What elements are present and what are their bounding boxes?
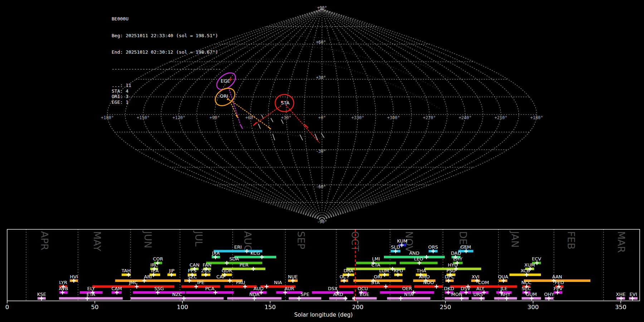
month-label-group: MAY bbox=[92, 231, 103, 252]
shower-bar-spe bbox=[289, 297, 321, 300]
shower-label-cta: CTA bbox=[371, 262, 380, 268]
meteor-trail-head bbox=[240, 124, 243, 129]
shower-bar-aur bbox=[276, 291, 302, 294]
shower-label-dsx: DSX bbox=[328, 286, 338, 291]
month-label-group: JAN bbox=[509, 230, 521, 248]
month-label: MAY bbox=[92, 231, 103, 252]
shower-label-fed: FED bbox=[555, 280, 564, 285]
map-lon-label: +90° bbox=[210, 115, 220, 120]
shower-label-ocu: OCU bbox=[358, 286, 368, 291]
shower-bar-pau bbox=[224, 286, 257, 288]
shower-label-lyr: LYR bbox=[59, 280, 67, 285]
shower-label-xvi: XVI bbox=[472, 274, 479, 279]
map-lon-label: +180° bbox=[101, 115, 114, 120]
month-label-group: SEP bbox=[296, 231, 307, 249]
shower-label-xcb: XCB bbox=[521, 268, 530, 273]
meteor-trail-head bbox=[253, 122, 257, 126]
month-label: JUL bbox=[193, 230, 204, 247]
shower-label-nue: NUE bbox=[288, 274, 298, 279]
map-lon-label: +270° bbox=[423, 115, 436, 120]
shower-label-avb: AVB bbox=[59, 286, 68, 291]
month-label-group: JUN bbox=[142, 230, 153, 248]
x-tick-label: 0 bbox=[5, 304, 9, 311]
shower-label-aud: AUD bbox=[253, 286, 263, 291]
map-lon-label: +240° bbox=[459, 115, 472, 120]
meteor-trail bbox=[286, 105, 319, 143]
shower-label-cor: COR bbox=[153, 256, 163, 262]
shower-label-dad: DAD bbox=[451, 250, 461, 256]
month-label-group: MAR bbox=[616, 231, 627, 253]
shower-label-ecv: ECV bbox=[532, 256, 541, 262]
shower-label-sda: SDA bbox=[229, 256, 239, 262]
map-lat-label: +90° bbox=[317, 5, 327, 10]
shower-label-ely: ELY bbox=[87, 286, 95, 291]
map-lon-label: +300° bbox=[387, 115, 400, 120]
shower-label-fan: FAN bbox=[203, 262, 211, 268]
shower-label-leo: LEO bbox=[414, 256, 423, 262]
shower-bar-kcg bbox=[234, 256, 276, 258]
sporadic-meteor bbox=[281, 119, 283, 124]
shower-label-jip: JIP bbox=[169, 268, 175, 273]
x-tick-label: 100 bbox=[177, 304, 188, 311]
shower-label-oer: OER bbox=[402, 286, 412, 291]
map-lon-label: +210° bbox=[494, 115, 507, 120]
shower-label-ard: ARD bbox=[333, 292, 343, 297]
radiant-label-ori: ORI bbox=[220, 93, 228, 99]
shower-label-aan: AAN bbox=[552, 274, 562, 279]
month-label-group: JUL bbox=[193, 230, 204, 247]
map-lat-label: -90° bbox=[317, 219, 327, 224]
map-meridian bbox=[197, 9, 322, 220]
shower-bar-eta bbox=[59, 297, 123, 300]
shower-label-sta: STA bbox=[371, 280, 380, 285]
shower-bar-nta bbox=[387, 297, 430, 300]
x-tick-label: 150 bbox=[264, 304, 276, 311]
shower-label-jxa: JXA bbox=[212, 250, 220, 256]
shower-label-noo: NOO bbox=[423, 280, 434, 285]
shower-label-ors: ORS bbox=[428, 244, 438, 250]
x-tick-label: 200 bbox=[352, 304, 364, 311]
shower-label-nta: NTA bbox=[404, 292, 414, 297]
activity-timeline: APRMAYJUNJULAUGSEPOCTNOVDECJANFEBMARKUME… bbox=[0, 229, 644, 322]
x-axis-title: Solar longitude (deg) bbox=[294, 312, 353, 318]
x-tick-label: 350 bbox=[615, 304, 626, 311]
shower-bar-pca bbox=[186, 291, 234, 294]
shower-bar-sta bbox=[339, 286, 411, 288]
shower-label-sld: SLD bbox=[391, 244, 400, 250]
x-tick-label: 50 bbox=[91, 304, 99, 311]
shower-label-ohy: OHY bbox=[544, 292, 554, 297]
shower-label-kse: KSE bbox=[37, 292, 46, 297]
shower-label-jmc: JMC bbox=[128, 280, 137, 285]
shower-label-cam: CAM bbox=[111, 286, 122, 291]
month-label: APR bbox=[39, 231, 50, 250]
map-lon-label: +0° bbox=[318, 115, 326, 120]
shower-label-ori: ORI bbox=[374, 274, 382, 279]
sky-map: +180°+150°+120°+90°+60°+30°+0°+330°+300°… bbox=[0, 0, 644, 229]
shower-label-psu: PSU bbox=[447, 268, 456, 273]
shower-label-pca: PCA bbox=[205, 286, 215, 291]
month-label-group: FEB bbox=[566, 231, 577, 249]
fov-arc bbox=[199, 45, 443, 92]
shower-label-dra: DRA bbox=[343, 268, 353, 273]
shower-label-eta: ETA bbox=[87, 292, 95, 297]
shower-label-oct: OCT bbox=[340, 274, 349, 279]
shower-label-kcg: KCG bbox=[250, 250, 260, 256]
month-label-group: AUG bbox=[242, 231, 253, 252]
map-lon-label: +180° bbox=[530, 115, 543, 120]
meteor-trail-head bbox=[304, 125, 308, 128]
shower-label-dsv: DSV bbox=[461, 286, 470, 291]
shower-label-gdr: GDR bbox=[221, 268, 232, 273]
map-lat-label: -60° bbox=[316, 184, 326, 189]
month-label: AUG bbox=[242, 231, 253, 252]
x-tick-label: 300 bbox=[527, 304, 539, 311]
shower-label-ssg: SSG bbox=[155, 286, 164, 291]
meteor-radiant-plot: BE000U Beg: 20251011 22:33:40 (sol = 198… bbox=[0, 0, 644, 322]
radiant-label-ege: EGE bbox=[221, 78, 230, 84]
shower-label-jle: JLE bbox=[500, 286, 507, 291]
map-lat-label: -30° bbox=[316, 149, 326, 154]
shower-label-ehy: EHY bbox=[453, 256, 463, 262]
shower-label-mon: MON bbox=[451, 292, 462, 297]
shower-label-hvi: HVI bbox=[70, 274, 78, 279]
shower-label-zcs: ZCS bbox=[201, 268, 210, 273]
shower-label-dkd: DKD bbox=[444, 286, 454, 291]
month-label: FEB bbox=[566, 231, 577, 249]
